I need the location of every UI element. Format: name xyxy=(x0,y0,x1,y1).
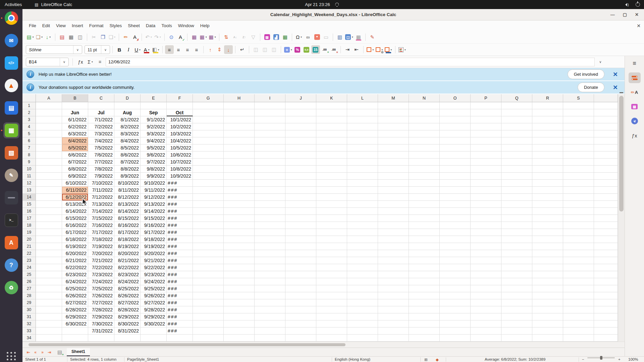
cell-A28[interactable] xyxy=(36,292,62,299)
cell-K8[interactable] xyxy=(316,152,347,159)
cell-E17[interactable]: 9/15/2022 xyxy=(141,215,167,222)
cell-E18[interactable]: 9/16/2022 xyxy=(141,222,167,229)
highlighting-color-button[interactable]: ◧▾ xyxy=(151,45,160,54)
insert-comment-button[interactable]: ❝ xyxy=(313,33,321,42)
cell-A24[interactable] xyxy=(36,264,62,271)
cell-B32[interactable]: 6/30/2022 xyxy=(62,320,88,327)
horizontal-scrollbar[interactable] xyxy=(22,342,625,348)
cell-B24[interactable]: 6/22/2022 xyxy=(62,264,88,271)
cell-M23[interactable] xyxy=(378,257,409,264)
cell-G17[interactable] xyxy=(193,215,224,222)
format-as-number-button[interactable]: 0,0 xyxy=(302,45,311,54)
cell-Q24[interactable] xyxy=(501,264,532,271)
cell-N3[interactable] xyxy=(409,116,440,123)
cell-A29[interactable] xyxy=(36,299,62,306)
chevron-down-icon[interactable]: ▾ xyxy=(372,48,374,51)
cell-M7[interactable] xyxy=(378,144,409,152)
cell-I5[interactable] xyxy=(255,130,285,137)
cell-N1[interactable] xyxy=(409,102,440,109)
cell-F20[interactable]: ### xyxy=(167,236,193,243)
cell-R4[interactable] xyxy=(532,123,563,130)
cell-E8[interactable]: 9/6/2022 xyxy=(141,152,167,159)
cell-M29[interactable] xyxy=(378,299,409,306)
cell-K5[interactable] xyxy=(316,130,347,137)
cell-M33[interactable] xyxy=(378,327,409,335)
cell-R28[interactable] xyxy=(532,292,563,299)
cell-S29[interactable] xyxy=(563,299,594,306)
cell-partial-31[interactable] xyxy=(594,313,618,320)
selection-mode-icon[interactable]: ⊞ xyxy=(424,357,428,362)
cell-G8[interactable] xyxy=(193,152,224,159)
row-header-3[interactable]: 3 xyxy=(22,116,36,123)
cell-J26[interactable] xyxy=(285,278,316,285)
cell-I25[interactable] xyxy=(255,271,285,278)
cell-A2[interactable] xyxy=(36,109,62,116)
cell-D13[interactable]: 8/11/2022 xyxy=(114,187,141,194)
cell-J30[interactable] xyxy=(285,306,316,313)
cell-P34[interactable] xyxy=(471,335,501,342)
cell-I7[interactable] xyxy=(255,144,285,152)
export-as-pdf-button[interactable]: ▤ xyxy=(58,33,66,42)
cell-R2[interactable] xyxy=(532,109,563,116)
cell-P22[interactable] xyxy=(471,250,501,257)
cell-F13[interactable]: ### xyxy=(167,187,193,194)
cell-O23[interactable] xyxy=(440,257,471,264)
cell-Q25[interactable] xyxy=(501,271,532,278)
chevron-down-icon[interactable]: ▾ xyxy=(114,36,115,39)
cell-A15[interactable] xyxy=(36,201,62,208)
cell-O18[interactable] xyxy=(440,222,471,229)
cell-O26[interactable] xyxy=(440,278,471,285)
cell-D16[interactable]: 8/14/2022 xyxy=(114,208,141,215)
cell-H1[interactable] xyxy=(224,102,255,109)
cell-C18[interactable]: 7/16/2022 xyxy=(88,222,114,229)
cell-C6[interactable]: 7/4/2022 xyxy=(88,137,114,144)
cell-F26[interactable]: ### xyxy=(167,278,193,285)
freeze-rows-and-columns-button[interactable]: ▥ xyxy=(335,33,344,42)
cell-C20[interactable]: 7/18/2022 xyxy=(88,236,114,243)
cell-H19[interactable] xyxy=(224,229,255,236)
cell-G25[interactable] xyxy=(193,271,224,278)
cell-H23[interactable] xyxy=(224,257,255,264)
cell-O7[interactable] xyxy=(440,144,471,152)
cell-L24[interactable] xyxy=(347,264,378,271)
cell-P4[interactable] xyxy=(471,123,501,130)
chevron-down-icon[interactable]: ▾ xyxy=(33,36,34,39)
column-header-Q[interactable]: Q xyxy=(501,94,532,102)
cell-D8[interactable]: 8/6/2022 xyxy=(114,152,141,159)
cell-G32[interactable] xyxy=(193,320,224,327)
cell-K1[interactable] xyxy=(316,102,347,109)
cell-R9[interactable] xyxy=(532,159,563,166)
cell-I33[interactable] xyxy=(255,327,285,335)
cell-S17[interactable] xyxy=(563,215,594,222)
cell-E7[interactable]: 9/5/2022 xyxy=(141,144,167,152)
cell-partial-30[interactable] xyxy=(594,306,618,313)
cell-L2[interactable] xyxy=(347,109,378,116)
cell-R13[interactable] xyxy=(532,187,563,194)
sort-descending-button[interactable]: Z↑ xyxy=(240,33,249,42)
column-header-A[interactable]: A xyxy=(36,94,62,102)
cell-J25[interactable] xyxy=(285,271,316,278)
cell-S33[interactable] xyxy=(563,327,594,335)
cell-S8[interactable] xyxy=(563,152,594,159)
cell-G26[interactable] xyxy=(193,278,224,285)
cell-N15[interactable] xyxy=(409,201,440,208)
paste-button[interactable]: ❏▾ xyxy=(108,33,116,42)
cell-F1[interactable] xyxy=(167,102,193,109)
cell-F9[interactable]: 10/7/2022 xyxy=(167,159,193,166)
cell-B6[interactable]: 6/4/2022 xyxy=(62,137,88,144)
delete-decimal-place-button[interactable]: .00× xyxy=(329,45,338,54)
cell-P23[interactable] xyxy=(471,257,501,264)
cell-D29[interactable]: 8/27/2022 xyxy=(114,299,141,306)
cell-S10[interactable] xyxy=(563,166,594,173)
cell-H4[interactable] xyxy=(224,123,255,130)
cell-A12[interactable] xyxy=(36,180,62,187)
cell-M20[interactable] xyxy=(378,236,409,243)
cell-G16[interactable] xyxy=(193,208,224,215)
autofilter-button[interactable]: ▽ xyxy=(249,33,258,42)
row-header-12[interactable]: 12 xyxy=(22,180,36,187)
cell-A13[interactable] xyxy=(36,187,62,194)
chevron-down-icon[interactable]: ▾ xyxy=(41,36,43,39)
cell-M34[interactable] xyxy=(378,335,409,342)
cell-E16[interactable]: 9/14/2022 xyxy=(141,208,167,215)
cell-partial-22[interactable] xyxy=(594,250,618,257)
